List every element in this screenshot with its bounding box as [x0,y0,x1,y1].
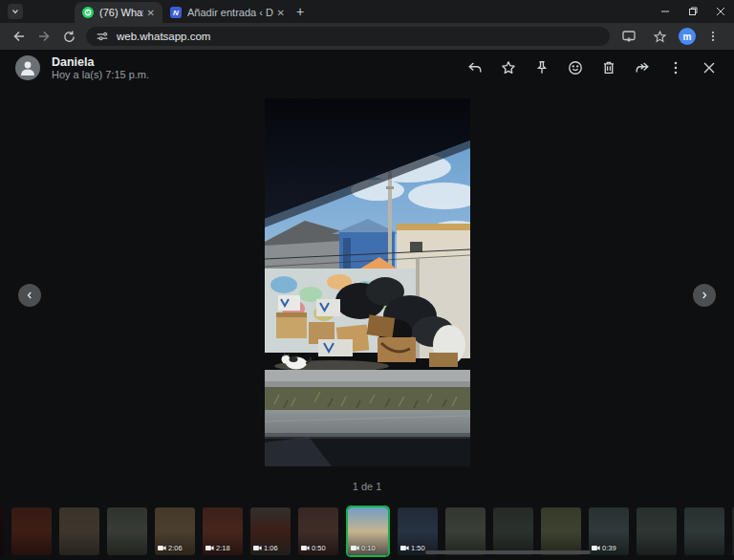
media-thumbnail[interactable] [493,507,533,555]
photo-curb [265,370,470,381]
restore-button[interactable] [679,0,706,23]
reply-icon[interactable] [462,54,488,81]
wordpress-icon: N [170,7,182,18]
videocam-icon [351,545,359,551]
delete-icon[interactable] [595,54,622,81]
viewer-header: Daniela Hoy a la(s) 7:15 p.m. [0,50,734,86]
video-duration-text: 1:06 [264,544,278,552]
tab-close-icon[interactable]: ✕ [147,8,155,18]
videocam-icon [592,545,600,551]
tab-search-button[interactable] [8,4,23,19]
sender-meta: Daniela Hoy a la(s) 7:15 p.m. [52,55,149,81]
media-thumbnail[interactable]: 1:50 [398,507,438,555]
thumbnail-image [107,507,147,555]
browser-window: (76) WhatsApp ✕ N Añadir entrada ‹ Diari… [0,0,734,560]
video-duration-text: 2:06 [168,544,183,552]
media-thumbnail[interactable]: 1:06 [250,507,291,555]
tab-close-icon[interactable]: ✕ [277,8,285,18]
videocam-icon [400,545,409,551]
url-text: web.whatsapp.com [117,31,210,42]
tab-title: (76) WhatsApp [99,7,143,18]
media-thumbnail[interactable]: 2:18 [203,507,243,555]
back-button[interactable] [8,25,31,48]
video-duration-text: 0:10 [361,544,376,552]
thumbnail-image [684,507,724,555]
media-thumbnail-strip[interactable]: 2:06 2:18 1:06 0:50 [0,505,734,558]
video-duration-badge: 1:06 [253,544,278,552]
video-duration-badge: 1:50 [400,544,425,552]
video-duration-badge: 0:50 [301,544,326,552]
thumbnail-image [11,507,52,555]
forward-icon[interactable] [629,54,656,81]
media-thumbnail[interactable] [59,507,99,555]
thumbnail-scrollbar[interactable] [425,550,591,554]
pin-icon[interactable] [529,54,555,81]
videocam-icon [205,545,214,551]
whatsapp-icon [82,7,94,18]
video-duration-text: 0:50 [312,544,326,552]
tab-strip: (76) WhatsApp ✕ N Añadir entrada ‹ Diari… [0,0,734,23]
video-duration-text: 1:50 [411,544,425,552]
thumbnail-image [493,507,533,555]
media-thumbnail[interactable] [637,507,677,555]
browser-toolbar: web.whatsapp.com m [0,23,734,50]
sender-avatar[interactable] [15,55,40,80]
chevron-down-icon [11,8,19,15]
profile-avatar[interactable]: m [679,28,696,45]
sender-name: Daniela [52,55,149,69]
new-tab-button[interactable]: + [296,4,304,19]
videocam-icon [158,545,166,551]
media-thumbnail[interactable] [107,507,147,555]
thumbnail-image [0,507,4,555]
chevron-right-icon [699,290,710,301]
media-thumbnail[interactable]: 0:50 [298,507,338,555]
emoji-icon[interactable] [562,54,589,81]
media-thumbnail[interactable]: 2:06 [155,507,195,555]
person-icon [18,58,37,77]
window-controls [651,0,734,23]
minimize-button[interactable] [651,0,679,23]
video-duration-text: 2:18 [216,544,230,552]
thumbnail-image [541,507,581,555]
media-canvas[interactable] [265,98,470,466]
thumbnail-image [445,507,486,555]
video-duration-text: 0:39 [602,544,616,552]
site-settings-icon[interactable] [96,30,109,43]
star-icon[interactable] [495,54,522,81]
forward-button[interactable] [32,25,55,48]
tab-wordpress-editor[interactable]: N Añadir entrada ‹ Diario La Naci ✕ [162,2,292,23]
video-duration-badge: 0:10 [351,544,376,552]
bookmark-star-icon[interactable] [648,25,671,48]
photo-grass-strip [265,387,470,410]
media-thumbnail[interactable] [0,507,4,555]
media-thumbnail[interactable] [684,507,724,555]
media-thumbnail[interactable] [11,507,52,555]
reload-button[interactable] [57,25,80,48]
tab-whatsapp[interactable]: (76) WhatsApp ✕ [75,2,162,23]
media-viewer: Daniela Hoy a la(s) 7:15 p.m. [0,50,734,560]
tab-title: Añadir entrada ‹ Diario La Naci [187,7,273,18]
media-thumbnail[interactable]: 0:10 [346,506,390,557]
media-thumbnail[interactable] [541,507,581,555]
close-icon[interactable] [696,54,723,81]
toolbar-right: m [617,25,726,48]
close-window-button[interactable] [706,0,734,23]
thumbnail-image [637,507,677,555]
previous-media-button[interactable] [18,284,41,307]
menu-icon[interactable] [662,54,689,81]
media-counter: 1 de 1 [0,481,734,492]
address-bar[interactable]: web.whatsapp.com [86,27,610,46]
photo-garbage-street-scene [265,98,470,466]
video-duration-badge: 0:39 [592,544,616,552]
media-thumbnail[interactable]: 0:39 [589,507,629,555]
save-share-icon[interactable] [617,25,640,48]
videocam-icon [253,545,262,551]
message-timestamp: Hoy a la(s) 7:15 p.m. [52,69,149,81]
chevron-left-icon [24,290,35,301]
viewer-actions [462,54,723,81]
browser-menu-icon[interactable] [702,25,724,48]
next-media-button[interactable] [693,284,716,307]
videocam-icon [301,545,310,551]
video-duration-badge: 2:06 [158,544,183,552]
media-thumbnail[interactable] [445,507,486,555]
